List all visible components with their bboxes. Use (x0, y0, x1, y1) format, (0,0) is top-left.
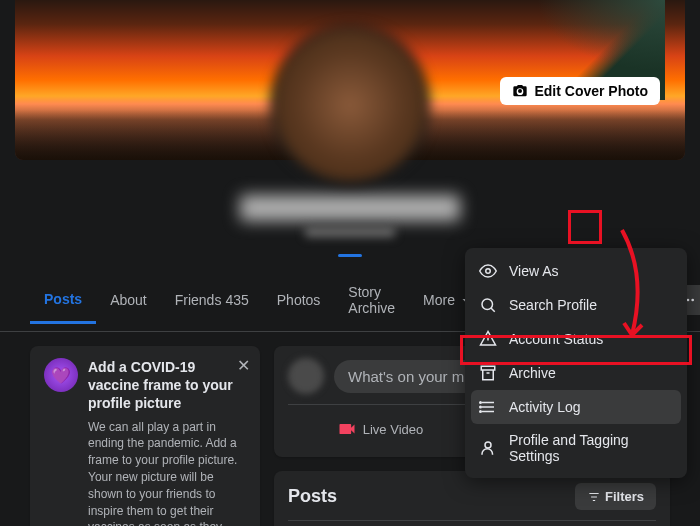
filter-icon (587, 490, 601, 504)
dropdown-activity-log[interactable]: Activity Log (471, 390, 681, 424)
svg-point-2 (687, 299, 690, 302)
vaccine-frame-card: ✕ 💜 Add a COVID-19 vaccine frame to your… (30, 346, 260, 526)
edit-cover-button[interactable]: Edit Cover Photo (500, 77, 660, 105)
filters-button[interactable]: Filters (575, 483, 656, 510)
vaccine-title: Add a COVID-19 vaccine frame to your pro… (88, 358, 246, 413)
activity-log-icon (479, 398, 497, 416)
svg-point-6 (480, 402, 482, 404)
search-icon (479, 296, 497, 314)
profile-name-blurred (240, 195, 460, 221)
annotation-highlight-activity (460, 335, 692, 365)
profile-avatar[interactable] (270, 25, 430, 185)
archive-icon (479, 364, 497, 382)
close-icon[interactable]: ✕ (237, 356, 250, 375)
composer-avatar[interactable] (288, 358, 324, 394)
svg-point-9 (485, 442, 491, 448)
svg-point-4 (486, 269, 491, 274)
tab-posts[interactable]: Posts (30, 277, 96, 324)
user-icon (479, 439, 497, 457)
left-column: ✕ 💜 Add a COVID-19 vaccine frame to your… (30, 346, 260, 526)
dropdown-profile-tagging[interactable]: Profile and Tagging Settings (471, 424, 681, 472)
svg-point-3 (692, 299, 695, 302)
tab-friends[interactable]: Friends 435 (161, 278, 263, 322)
tab-story-archive[interactable]: Story Archive (334, 270, 409, 330)
vaccine-body: We can all play a part in ending the pan… (88, 419, 246, 526)
tab-about[interactable]: About (96, 278, 161, 322)
eye-icon (479, 262, 497, 280)
profile-subtitle-blurred (305, 227, 395, 237)
video-icon (337, 419, 357, 439)
tab-photos[interactable]: Photos (263, 278, 335, 322)
camera-icon (512, 83, 528, 99)
svg-point-8 (480, 411, 482, 413)
edit-cover-label: Edit Cover Photo (534, 83, 648, 99)
svg-point-5 (482, 299, 493, 310)
svg-point-7 (480, 406, 482, 408)
annotation-highlight-more (568, 210, 602, 244)
posts-header-card: Posts Filters List View (274, 471, 670, 526)
live-video-button[interactable]: Live Video (288, 413, 472, 445)
vaccine-icon: 💜 (44, 358, 78, 392)
posts-title: Posts (288, 486, 337, 507)
